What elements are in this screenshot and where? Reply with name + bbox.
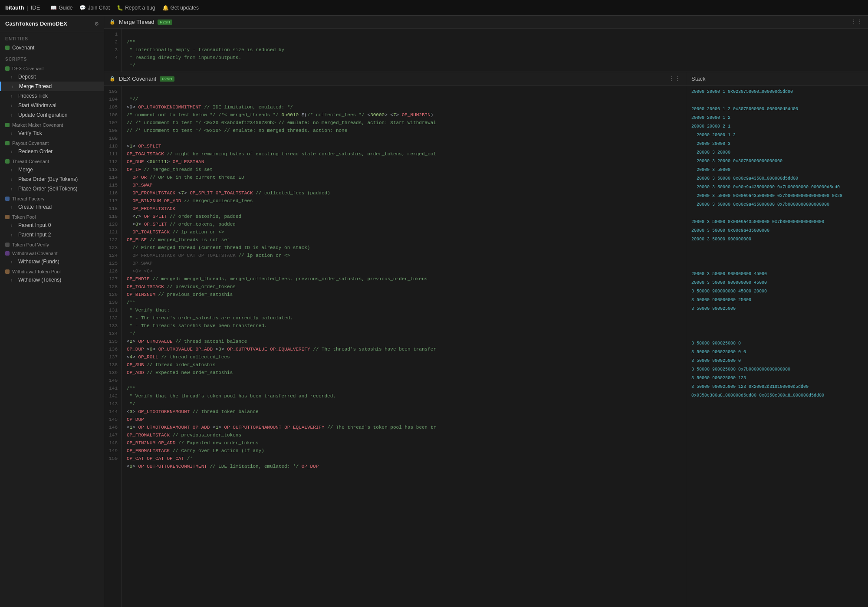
brand: bitauth | IDE [5,4,40,11]
p2sh-badge: P2SH [158,20,172,25]
sidebar-group-label: Token Pool Verify [12,242,49,247]
script-icon: ♪ [10,278,16,282]
sidebar-item-process-tick[interactable]: ♪ Process Tick [0,91,104,101]
nav-guide[interactable]: 📖 Guide [50,5,72,11]
sidebar-group-withdrawal-token-pool[interactable]: Withdrawal Token Pool [0,266,104,275]
sidebar-item-label: Parent Input 2 [18,232,51,238]
token-pool-icon [5,215,10,219]
script-icon: ♪ [10,103,16,108]
brand-name: bitauth [5,4,24,11]
stack-row: 3 50000 900025000 0x7b0000000000000000 [686,365,868,374]
sidebar-group-label: Withdrawal Covenant [12,251,58,256]
script-icon: ♪ [10,177,16,182]
script-icon: ♪ [10,233,16,237]
sidebar-group-token-pool[interactable]: Token Pool [0,212,104,220]
sidebar-item-create-thread[interactable]: ♪ Create Thread [0,202,104,212]
sidebar-item-merge[interactable]: ♪ Merge [0,165,104,174]
merge-thread-title-text: Merge Thread [119,19,154,25]
sidebar-group-label: DEX Covenant [12,66,44,71]
nav-report-bug[interactable]: 🐛 Report a bug [117,5,155,11]
stack-row: 3 50000 900025000 0 0 [686,348,868,357]
sidebar-item-parent-input-0[interactable]: ♪ Parent Input 0 [0,220,104,230]
stack-row: 3 50000 900025000 0 [686,339,868,348]
collapse-icon[interactable]: ⋮⋮ [851,18,863,26]
sidebar-item-merge-thread[interactable]: ♪ Merge Thread [0,82,104,91]
p2sh-badge: P2SH [160,76,174,82]
sidebar-item-start-withdrawal[interactable]: ♪ Start Withdrawal [0,101,104,110]
stack-row: 20000 3 50000 0x00e9a435000000 0x7b00000… [686,192,868,200]
sidebar-group-label: Thread Factory [12,196,45,201]
dex-covenant-body[interactable]: 103 104 105 106 107 108 109 110 111 112 … [104,86,686,607]
sidebar-item-label: Parent Input 0 [18,222,51,228]
sidebar-item-withdraw-tokens[interactable]: ♪ Withdraw (Tokens) [0,275,104,285]
script-icon: ♪ [10,223,16,228]
merge-thread-editor: 🔒 Merge Thread P2SH ⋮⋮ 1 2 3 4 /** * int… [104,16,868,72]
lock-icon: 🔒 [109,76,115,82]
stack-row: 20000 3 50000 900000000 [686,235,868,244]
sidebar-group-market-maker[interactable]: Market Maker Covenant [0,120,104,128]
sidebar-group-dex-covenant[interactable]: DEX Covenant [0,63,104,72]
stack-row: 0x0350c300a8…000000d5dd00 0x0350c300a8…0… [686,391,868,400]
sidebar-item-place-order-buy[interactable]: ♪ Place Order (Buy Tokens) [0,174,104,184]
stack-row [686,322,868,331]
market-maker-icon [5,123,10,127]
scripts-section-label: SCRIPTS [0,52,104,63]
script-icon: ♪ [10,75,16,79]
merge-thread-title: 🔒 Merge Thread P2SH [109,19,172,25]
stack-row: 20000 3 50000 900000000 45000 [686,270,868,279]
sidebar-group-thread-factory[interactable]: Thread Factory [0,194,104,202]
sidebar-item-label: Process Tick [18,93,48,99]
sidebar-item-label: Redeem Order [18,148,53,154]
line-numbers: 1 2 3 4 [104,29,122,72]
stack-header: Stack [686,72,868,86]
nav-links: 📖 Guide 💬 Join Chat 🐛 Report a bug 🔔 Get… [50,5,199,11]
lock-icon: 🔒 [109,19,115,25]
sidebar-item-covenant[interactable]: Covenant [0,43,104,52]
script-icon: ♪ [10,113,16,118]
sidebar-group-label: Token Pool [12,214,36,220]
sidebar-group-withdrawal-covenant[interactable]: Withdrawal Covenant [0,248,104,257]
withdrawal-token-pool-icon [5,269,10,274]
script-icon: ♪ [10,94,16,98]
stack-row: 20000 20000 2 1 [686,122,868,131]
stack-row [686,331,868,339]
sidebar-item-label: Merge Thread [19,83,52,89]
gear-icon[interactable]: ⚙ [95,20,99,27]
script-icon: ♪ [11,84,16,89]
stack-row: 20000 20000 3 [686,140,868,148]
stack-row [686,209,868,218]
sidebar-item-label: Update Configuration [18,112,67,118]
sidebar-item-update-configuration[interactable]: ♪ Update Configuration [0,110,104,120]
sidebar-item-place-order-sell[interactable]: ♪ Place Order (Sell Tokens) [0,184,104,194]
merge-thread-code[interactable]: /** * intentionally empty - transaction … [122,29,868,72]
sidebar-item-withdraw-funds[interactable]: ♪ Withdraw (Funds) [0,257,104,266]
thread-covenant-icon [5,159,10,164]
sidebar-header: CashTokens DemoDEX ⚙ [0,16,104,32]
merge-thread-header: 🔒 Merge Thread P2SH ⋮⋮ [104,16,868,29]
sidebar-item-label: Place Order (Buy Tokens) [18,176,78,182]
sidebar-item-label: Start Withdrawal [18,102,56,108]
stack-row: 3 50000 900000000 25000 [686,296,868,305]
sidebar-group-payout[interactable]: Payout Covenant [0,138,104,147]
nav-get-updates[interactable]: 🔔 Get updates [162,5,199,11]
stack-row: 3 50000 900025000 [686,305,868,313]
stack-row: 20000 3 20000 [686,148,868,157]
stack-row [686,96,868,105]
sidebar-group-token-pool-verify[interactable]: Token Pool Verify [0,240,104,248]
script-icon: ♪ [10,187,16,191]
dex-covenant-line-numbers: 103 104 105 106 107 108 109 110 111 112 … [104,86,122,607]
stack-row [686,313,868,322]
sidebar-item-deposit[interactable]: ♪ Deposit [0,72,104,82]
sidebar-group-thread-covenant[interactable]: Thread Covenant [0,156,104,165]
stack-row: 20000 3 50000 0x00e9a435000000 0x7b00000… [686,200,868,209]
nav-join-chat[interactable]: 💬 Join Chat [79,5,110,11]
dex-covenant-editor: 🔒 DEX Covenant P2SH ⋮⋮ 103 104 105 106 1… [104,72,686,607]
sidebar-app-title: CashTokens DemoDEX [5,20,67,27]
sidebar-item-redeem-order[interactable]: ♪ Redeem Order [0,147,104,156]
sidebar-item-parent-input-2[interactable]: ♪ Parent Input 2 [0,230,104,240]
stack-row: 20000 3 50000 0x00e9a435000000 0x7b00000… [686,218,868,226]
sidebar-item-verify-tick[interactable]: ♪ Verify Tick [0,128,104,138]
dex-covenant-code[interactable]: *// <0> OP_UTXOTOKENCOMMITMENT // IDE li… [122,86,686,607]
collapse-icon[interactable]: ⋮⋮ [668,75,681,82]
brand-divider: | [26,4,28,11]
